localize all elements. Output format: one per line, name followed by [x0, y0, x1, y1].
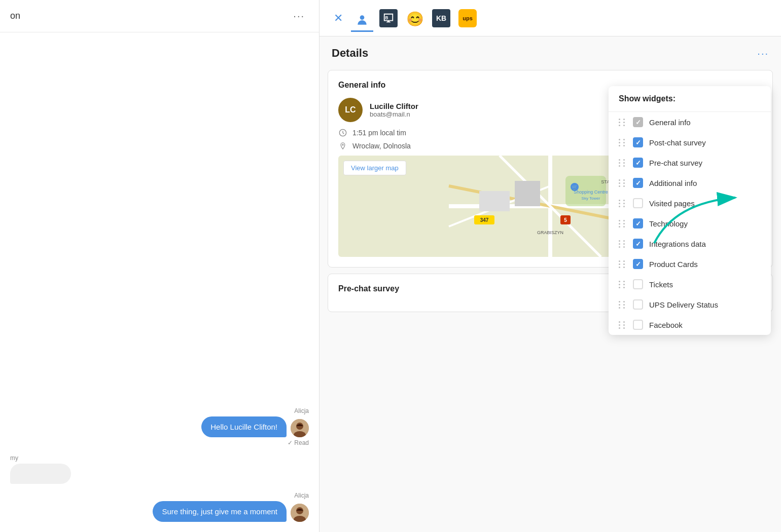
drag-handle[interactable]	[619, 220, 626, 227]
sender-label: Alicja	[294, 407, 309, 414]
widget-item-technology[interactable]: Technology	[609, 213, 771, 234]
location-text: Wroclaw, Dolnosla	[352, 142, 411, 150]
checkbox-technology[interactable]	[633, 218, 643, 229]
widget-item-facebook[interactable]: Facebook	[609, 315, 771, 335]
drag-handle[interactable]	[619, 159, 626, 167]
widget-item-ups_delivery[interactable]: UPS Delivery Status	[609, 294, 771, 315]
svg-rect-17	[479, 191, 510, 211]
widget-label-product_cards: Product Cards	[649, 260, 698, 269]
widget-item-visited_pages[interactable]: Visited pages	[609, 193, 771, 213]
message-bubble-wrap: Hello Lucille Clifton!	[201, 416, 309, 437]
chat-title: on	[10, 11, 20, 21]
message-row: Alicja Sure thing, just give me a moment	[10, 492, 309, 522]
tab-close-button[interactable]: ✕	[330, 10, 347, 27]
widgets-dropdown: Show widgets: General infoPost-chat surv…	[609, 86, 771, 335]
widget-label-technology: Technology	[649, 219, 688, 228]
svg-text:GRABISZYN: GRABISZYN	[537, 230, 563, 235]
svg-point-6	[360, 15, 365, 20]
view-map-button[interactable]: View larger map	[343, 161, 406, 175]
svg-rect-18	[515, 181, 540, 206]
checkbox-facebook[interactable]	[633, 320, 643, 330]
message-bubble	[10, 464, 71, 484]
smiley-icon: 😊	[406, 11, 424, 27]
svg-text:Sky Tower: Sky Tower	[582, 196, 600, 201]
tab-ups[interactable]: ups	[456, 5, 479, 32]
sender-label: Alicja	[294, 492, 309, 499]
tab-kb[interactable]: KB	[430, 5, 452, 32]
svg-point-9	[342, 144, 343, 145]
drag-handle[interactable]	[619, 139, 626, 146]
drag-handle[interactable]	[619, 281, 626, 288]
sender-label: my	[10, 454, 18, 462]
drag-handle[interactable]	[619, 321, 626, 329]
details-more-button[interactable]: ···	[757, 48, 769, 59]
location-icon	[338, 141, 347, 150]
details-header: Details ···	[320, 36, 781, 70]
drag-handle[interactable]	[619, 119, 626, 126]
svg-text:5: 5	[564, 217, 567, 223]
widget-item-pre_chat[interactable]: Pre-chat survey	[609, 153, 771, 173]
widget-items-container: General infoPost-chat surveyPre-chat sur…	[609, 112, 771, 335]
drag-handle[interactable]	[619, 301, 626, 309]
checkbox-product_cards[interactable]	[633, 259, 643, 269]
widgets-title: Show widgets:	[609, 86, 771, 112]
message-row: my	[10, 454, 309, 484]
widget-label-additional_info: Additional info	[649, 179, 697, 187]
checkbox-additional_info[interactable]	[633, 178, 643, 188]
checkbox-ups_delivery[interactable]	[633, 299, 643, 310]
message-bubble-wrap: Sure thing, just give me a moment	[153, 501, 309, 522]
tab-smiley[interactable]: 😊	[404, 5, 426, 32]
widget-label-general_info: General info	[649, 118, 691, 127]
details-panel: ✕ B 😊 KB	[320, 0, 781, 532]
kb-icon: KB	[432, 9, 450, 27]
widget-label-facebook: Facebook	[649, 321, 683, 329]
contact-avatar: LC	[338, 98, 363, 122]
ups-icon: ups	[458, 9, 477, 27]
tab-badge[interactable]: B	[377, 5, 400, 32]
chat-messages: Alicja Hello Lucille Clifton! ✓ Read my	[0, 32, 319, 532]
checkbox-visited_pages[interactable]	[633, 198, 643, 208]
details-title: Details	[332, 47, 368, 60]
tab-person[interactable]	[351, 5, 373, 32]
avatar	[291, 504, 309, 522]
drag-handle[interactable]	[619, 240, 626, 248]
chat-header: on ···	[0, 0, 319, 32]
details-tabs: ✕ B 😊 KB	[320, 0, 781, 36]
chat-more-button[interactable]: ···	[289, 8, 309, 24]
checkbox-tickets[interactable]	[633, 279, 643, 289]
drag-handle[interactable]	[619, 200, 626, 207]
widget-item-product_cards[interactable]: Product Cards	[609, 254, 771, 274]
drag-handle[interactable]	[619, 260, 626, 268]
drag-handle[interactable]	[619, 179, 626, 187]
svg-text:B: B	[385, 15, 388, 20]
widget-label-pre_chat: Pre-chat survey	[649, 159, 702, 167]
avatar	[291, 419, 309, 437]
widget-label-visited_pages: Visited pages	[649, 199, 695, 208]
time-text: 1:51 pm local tim	[352, 129, 406, 137]
widget-label-integrations_data: Integrations data	[649, 240, 706, 248]
widget-label-tickets: Tickets	[649, 280, 673, 289]
widget-item-post_chat[interactable]: Post-chat survey	[609, 132, 771, 153]
checkbox-post_chat[interactable]	[633, 137, 643, 147]
checkbox-pre_chat[interactable]	[633, 158, 643, 168]
message-bubble: Sure thing, just give me a moment	[153, 501, 287, 522]
message-bubble: Hello Lucille Clifton!	[201, 416, 287, 437]
clock-icon	[338, 128, 347, 137]
widget-item-additional_info[interactable]: Additional info	[609, 173, 771, 193]
svg-text:Shopping Centre: Shopping Centre	[574, 189, 608, 195]
widget-item-tickets[interactable]: Tickets	[609, 274, 771, 294]
checkbox-general_info[interactable]	[633, 117, 643, 127]
chat-panel: on ··· Alicja Hello Lucille Clifton!	[0, 0, 320, 532]
widget-label-post_chat: Post-chat survey	[649, 138, 706, 147]
svg-text:🛒: 🛒	[572, 184, 578, 191]
widget-item-general_info[interactable]: General info	[609, 112, 771, 132]
read-status: ✓ Read	[288, 439, 309, 446]
svg-text:347: 347	[480, 217, 489, 223]
checkbox-integrations_data[interactable]	[633, 239, 643, 249]
widget-label-ups_delivery: UPS Delivery Status	[649, 300, 718, 309]
message-row: Alicja Hello Lucille Clifton! ✓ Read	[10, 407, 309, 446]
widget-item-integrations_data[interactable]: Integrations data	[609, 234, 771, 254]
